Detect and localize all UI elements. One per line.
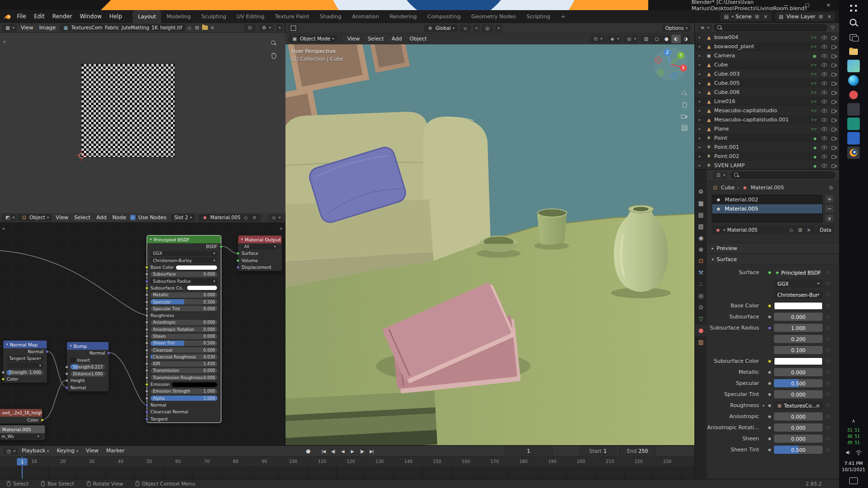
node-row-widget[interactable]: Alpha 1.000 ▾ (150, 396, 217, 401)
viewport-camera-icon[interactable] (681, 114, 688, 119)
material-datablock-selector[interactable]: ●▾ Material.005 ◇ ⊞ × (712, 225, 815, 234)
keyframe-decorator[interactable] (826, 425, 830, 430)
input-socket[interactable] (65, 379, 68, 382)
breadcrumb-object[interactable]: Cube (721, 185, 734, 191)
node-row-widget[interactable]: Specular 0.500 ▾ (150, 299, 217, 304)
use-nodes-checkbox[interactable]: ✓ (130, 215, 136, 220)
property-widget[interactable]: Christensen-Burley ▾ (774, 290, 823, 299)
node-row[interactable]: Specular Tint Specular Tint 0.000 ▾ (147, 305, 221, 312)
node-row[interactable]: Christensen-Burley Christensen-Burley ▾ (147, 257, 221, 264)
node-row[interactable]: Color (0, 417, 42, 423)
editor-type-button[interactable]: ≡▾ (697, 24, 712, 32)
node-row[interactable]: Transmission Transmission 0.000 ▾ (147, 367, 221, 374)
taskbar-app-icon[interactable] (847, 146, 860, 159)
playhead-frame-label[interactable]: 1 (17, 458, 27, 465)
outliner-item[interactable]: ▸ Point.001 (695, 143, 839, 152)
properties-tab[interactable]: ▦ (695, 198, 707, 209)
gizmos-dropdown[interactable]: ◈▾ (607, 35, 622, 43)
property-widget[interactable]: 0.100 ▾ (774, 346, 823, 354)
keyframe-decorator[interactable] (826, 381, 830, 385)
unlink-scene-icon[interactable]: × (762, 13, 769, 21)
taskbar-app-icon[interactable] (847, 45, 860, 58)
topbar-menu-item[interactable]: Window (76, 10, 105, 23)
outliner-item[interactable]: ▸ boxw004 (695, 33, 839, 42)
node-row-widget[interactable]: Metallic 0.000 ▾ (150, 292, 217, 298)
shader-type-dropdown[interactable]: ⊡ Object▾ (18, 214, 52, 221)
snapping-dropdown[interactable]: ∪▾ (268, 214, 283, 222)
timeline-menu-item[interactable]: Playback ▾ (18, 444, 53, 458)
property-widget[interactable]: 0.000 ▾ (774, 412, 823, 421)
disable-render-camera-icon[interactable] (831, 145, 837, 150)
expand-arrow-icon[interactable]: ▸ (699, 163, 704, 168)
topbar-menu-item[interactable]: Help (106, 10, 126, 23)
node-row[interactable]: Transmission Roughness Transmission Roug… (147, 374, 221, 381)
pin-icon[interactable]: ⊙ (827, 184, 834, 191)
keyframe-decorator[interactable] (826, 448, 830, 452)
shader-editor-menu-item[interactable]: View (53, 213, 71, 223)
transform-orientation-dropdown[interactable]: ⊕ Global▾ (424, 25, 458, 32)
view-layer-selector[interactable]: ▧ View Layer ⊞ × (775, 12, 835, 21)
node-header[interactable]: ood_..2x2_1K_height.tif (0, 409, 42, 417)
node-material-group[interactable]: Material.005 m_Wo m_Wo▾ (0, 425, 45, 440)
keyframe-decorator[interactable] (826, 436, 830, 441)
disable-render-camera-icon[interactable] (831, 127, 837, 132)
shading-mode-button[interactable]: ● (662, 35, 671, 43)
node-row[interactable]: Emission Emission ▾ (147, 381, 221, 388)
outliner-item[interactable]: ▸ boxwood_plant (695, 42, 839, 51)
object-visibility-dropdown[interactable]: ⊙▾ (590, 35, 605, 43)
expand-arrow-icon[interactable]: ▸ (699, 154, 704, 158)
link-mode-dropdown[interactable]: Data (817, 225, 834, 234)
node-row[interactable]: Strength Strength0.217▾ (67, 364, 108, 370)
node-row[interactable]: Tangent Space Tangent Space▾ (3, 355, 47, 362)
timeline-menu-item[interactable]: View (82, 444, 102, 458)
node-row[interactable]: Clearcoat Clearcoat 0.000 ▾ (147, 346, 221, 353)
object-name[interactable]: Point (714, 135, 801, 141)
keyframe-decorator[interactable] (826, 403, 830, 408)
viewport-menu-item[interactable]: Select (364, 32, 388, 45)
viewport-menu-item[interactable]: Add (388, 32, 406, 45)
properties-tab[interactable]: ◉ (695, 232, 707, 244)
maximize-button[interactable]: □ (797, 0, 818, 10)
input-socket[interactable] (145, 314, 149, 317)
disable-render-camera-icon[interactable] (831, 118, 837, 122)
material-slot[interactable]: ● Material.005 (712, 204, 822, 213)
new-material-icon[interactable]: ⊞ (797, 226, 803, 234)
shader-editor-canvas[interactable]: « « Principled BSDF BSDF (0, 223, 285, 445)
hide-eye-icon[interactable] (821, 53, 827, 58)
expand-arrow-icon[interactable]: ▸ (699, 127, 704, 131)
workspace-tab[interactable]: + (556, 10, 570, 23)
surface-panel-header[interactable]: ▾Surface (707, 254, 839, 265)
disable-render-camera-icon[interactable] (831, 99, 837, 104)
properties-tab[interactable]: ⊙ (695, 302, 707, 313)
node-row[interactable]: Height Height▾ (67, 377, 108, 384)
object-name[interactable]: Point.001 (714, 144, 801, 150)
fake-user-icon[interactable]: ◇ (788, 226, 795, 234)
properties-tab[interactable]: ∴ (695, 278, 707, 290)
image-editor-menu-item[interactable]: View (18, 23, 36, 33)
output-socket[interactable] (41, 419, 44, 422)
disable-render-camera-icon[interactable] (831, 72, 837, 77)
node-row[interactable]: Normal Normal▾ (3, 348, 47, 355)
expand-arrow-icon[interactable]: ▸ (699, 108, 704, 113)
image-settings-dropdown[interactable]: ⚙▾ (258, 24, 273, 32)
property-widget[interactable]: GGX ▾ (774, 279, 823, 288)
output-socket[interactable] (219, 245, 223, 249)
input-socket[interactable] (145, 362, 149, 366)
taskbar-app-icon[interactable] (847, 60, 860, 72)
xray-toggle[interactable]: ▥ (640, 35, 652, 43)
2d-cursor-icon[interactable] (76, 150, 87, 161)
bench[interactable] (285, 391, 437, 445)
node-row-widget[interactable]: Anisotropic Rotation 0.000 ▾ (150, 327, 217, 332)
workspace-tab[interactable]: Layout (133, 10, 161, 23)
properties-tab[interactable]: ▨ (695, 336, 707, 348)
fake-user-icon[interactable]: ◇ (186, 24, 193, 32)
node-row[interactable]: Anisotropic Rotation Anisotropic Rotatio… (147, 326, 221, 333)
expand-arrow-icon[interactable]: ▸ (699, 81, 704, 85)
input-socket[interactable] (145, 417, 149, 421)
color-swatch[interactable] (172, 382, 217, 387)
editor-type-button[interactable]: ◷▾ (3, 447, 18, 455)
outliner-item[interactable]: ▸ Point (695, 133, 839, 143)
property-widget[interactable]: TexturesCo...roughness.tif ▾ (774, 401, 823, 409)
property-widget[interactable]: 0.000 ▾ (774, 313, 823, 321)
expand-arrow-icon[interactable]: ▸ (699, 145, 704, 149)
